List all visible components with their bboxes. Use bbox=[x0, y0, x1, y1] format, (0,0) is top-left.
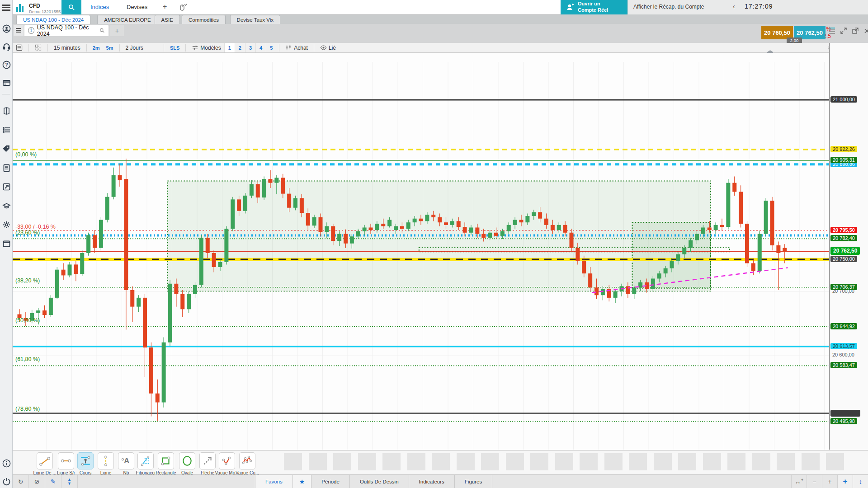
disable-icon[interactable]: ⊘ bbox=[29, 475, 45, 488]
candle[interactable] bbox=[61, 270, 66, 276]
sidebar-trade-icon[interactable] bbox=[1, 182, 11, 192]
watchlist-tab[interactable]: US NDAQ 100 - Déc 2024 bbox=[16, 15, 90, 24]
tab-outils-de-dessin[interactable]: Outils De Dessin bbox=[350, 475, 409, 488]
tool-fibonacci[interactable] bbox=[137, 452, 154, 469]
candle[interactable] bbox=[758, 234, 762, 271]
candle[interactable] bbox=[413, 219, 417, 222]
candle[interactable] bbox=[369, 228, 373, 230]
candle[interactable] bbox=[137, 298, 141, 307]
sidebar-headset-icon[interactable] bbox=[1, 42, 11, 52]
sidebar-window-icon[interactable] bbox=[1, 239, 11, 249]
candle[interactable] bbox=[287, 194, 291, 208]
sidebar-tag-icon[interactable] bbox=[1, 144, 11, 154]
model-number-4[interactable]: 4 bbox=[255, 43, 266, 52]
empty-tool-slot[interactable] bbox=[604, 453, 623, 470]
sls-button[interactable]: SLS bbox=[167, 45, 183, 51]
candle[interactable] bbox=[86, 235, 90, 253]
tab-période[interactable]: Période bbox=[311, 475, 350, 488]
sidebar-list-icon[interactable] bbox=[1, 125, 11, 135]
candle[interactable] bbox=[732, 183, 736, 192]
candle[interactable] bbox=[49, 298, 53, 315]
candle[interactable] bbox=[274, 178, 278, 183]
vertical-fit-icon[interactable]: ↕ bbox=[853, 475, 868, 488]
achat-button[interactable]: Achat bbox=[282, 44, 311, 51]
candle[interactable] bbox=[143, 298, 147, 347]
candle[interactable] bbox=[375, 224, 379, 230]
candle[interactable] bbox=[206, 238, 210, 253]
candle[interactable] bbox=[576, 248, 580, 261]
open-real-account-button[interactable]: Ouvrir un Compte Réel bbox=[561, 0, 627, 14]
candle[interactable] bbox=[74, 264, 78, 274]
zoom-in-icon[interactable]: + bbox=[822, 475, 837, 488]
sidebar-help-icon[interactable]: ? bbox=[1, 60, 11, 70]
candle[interactable] bbox=[544, 219, 548, 225]
candle[interactable] bbox=[670, 261, 674, 268]
candle[interactable] bbox=[444, 222, 448, 225]
candle[interactable] bbox=[218, 262, 222, 267]
tool-arrow[interactable] bbox=[199, 452, 216, 469]
new-chart-tab-button[interactable]: + bbox=[110, 25, 124, 36]
candle[interactable] bbox=[118, 175, 122, 180]
model-number-2[interactable]: 2 bbox=[235, 43, 245, 52]
pencil-icon[interactable]: ✎ bbox=[45, 475, 61, 488]
candle[interactable] bbox=[42, 310, 47, 315]
candle[interactable] bbox=[80, 253, 84, 274]
candle[interactable] bbox=[507, 225, 511, 231]
empty-tool-slot[interactable] bbox=[802, 453, 820, 470]
candle[interactable] bbox=[193, 285, 197, 294]
candle[interactable] bbox=[281, 178, 285, 193]
empty-tool-slot[interactable] bbox=[703, 453, 721, 470]
tool-wave-motive[interactable] bbox=[219, 452, 235, 469]
candle[interactable] bbox=[300, 198, 304, 213]
tab-indicateurs[interactable]: Indicateurs bbox=[409, 475, 455, 488]
watchlist-tab[interactable]: Devise Taux Vix bbox=[230, 15, 280, 24]
empty-tool-slot[interactable] bbox=[284, 453, 302, 470]
empty-tool-slot[interactable] bbox=[481, 453, 499, 470]
empty-tool-slot[interactable] bbox=[826, 453, 844, 470]
model-number-5[interactable]: 5 bbox=[266, 43, 276, 52]
candle[interactable] bbox=[363, 228, 367, 231]
tool-wave-corrective[interactable] bbox=[239, 452, 255, 469]
candle[interactable] bbox=[224, 229, 228, 262]
tool-trend-line[interactable] bbox=[37, 452, 53, 469]
candle[interactable] bbox=[651, 279, 655, 289]
candle[interactable] bbox=[212, 253, 216, 267]
zoom-out-icon[interactable]: − bbox=[807, 475, 822, 488]
candle[interactable] bbox=[387, 220, 392, 226]
watchlist-tab[interactable]: AMERICA EUROPE bbox=[97, 15, 158, 24]
empty-tool-slot[interactable] bbox=[432, 453, 450, 470]
empty-tool-slot[interactable] bbox=[530, 453, 548, 470]
candle[interactable] bbox=[783, 248, 787, 252]
watchlist-tab[interactable]: Commodities bbox=[182, 15, 226, 24]
candle[interactable] bbox=[124, 179, 128, 290]
tool-rectangle[interactable] bbox=[158, 452, 174, 469]
empty-tool-slot[interactable] bbox=[358, 453, 376, 470]
sort-arrows-icon[interactable]: ▲▼ bbox=[61, 475, 78, 488]
candle[interactable] bbox=[532, 212, 536, 216]
candle[interactable] bbox=[582, 261, 586, 273]
candle[interactable] bbox=[180, 294, 184, 309]
layers-icon[interactable] bbox=[829, 27, 835, 35]
candle[interactable] bbox=[312, 217, 316, 225]
empty-tool-slot[interactable] bbox=[506, 453, 524, 470]
candle[interactable] bbox=[293, 198, 297, 208]
candle[interactable] bbox=[525, 216, 529, 222]
candle[interactable] bbox=[425, 215, 429, 221]
candle[interactable] bbox=[93, 235, 97, 248]
candle[interactable] bbox=[519, 220, 524, 223]
empty-tool-slot[interactable] bbox=[555, 453, 573, 470]
search-icon[interactable] bbox=[99, 28, 105, 33]
main-menu-icon[interactable] bbox=[2, 3, 11, 11]
candle[interactable] bbox=[632, 287, 636, 294]
lie-button[interactable]: Lié bbox=[317, 44, 339, 51]
sidebar-settings-icon[interactable] bbox=[1, 220, 11, 230]
price-axis[interactable]: 20 700,0020 600,0021 000,0020 922,2620 8… bbox=[829, 43, 868, 450]
collapse-chevron-icon[interactable]: ‹ bbox=[733, 3, 735, 10]
candle[interactable] bbox=[557, 225, 561, 230]
candle[interactable] bbox=[726, 183, 730, 227]
show-account-summary[interactable]: Afficher le Récap. du Compte bbox=[633, 4, 704, 10]
candle[interactable] bbox=[513, 220, 517, 225]
candle[interactable] bbox=[664, 268, 668, 273]
mouse-settings-icon[interactable] bbox=[179, 3, 187, 11]
candle[interactable] bbox=[256, 184, 260, 197]
